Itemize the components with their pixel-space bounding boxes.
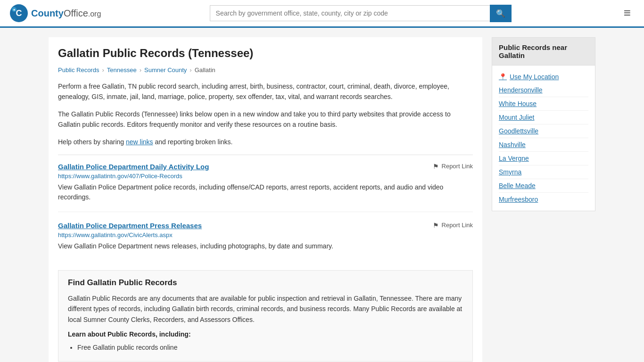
sidebar-header: Public Records near Gallatin: [492, 38, 595, 66]
new-links-link[interactable]: new links: [126, 138, 153, 146]
description-1: Perform a free Gallatin, TN public recor…: [58, 81, 473, 102]
record-url-2[interactable]: https://www.gallatintn.gov/CivicAlerts.a…: [58, 231, 473, 239]
search-button[interactable]: 🔍: [490, 5, 512, 22]
breadcrumb-gallatin: Gallatin: [195, 66, 215, 74]
sidebar-link-murfreesboro[interactable]: Murfreesboro: [499, 193, 588, 206]
record-title-2[interactable]: Gallatin Police Department Press Release…: [58, 222, 202, 230]
use-my-location-button[interactable]: 📍 Use My Location: [499, 70, 559, 83]
list-item: Free Gallatin public records online: [77, 342, 463, 354]
search-input[interactable]: [210, 5, 490, 21]
sidebar-link-la-vergne[interactable]: La Vergne: [499, 152, 588, 165]
report-link-button-1[interactable]: ⚑ Report Link: [433, 163, 473, 170]
description-3: Help others by sharing new links and rep…: [58, 137, 473, 147]
search-icon: 🔍: [496, 9, 505, 17]
find-section: Find Gallatin Public Records Gallatin Pu…: [58, 270, 473, 362]
record-title-1[interactable]: Gallatin Police Department Daily Activit…: [58, 163, 209, 171]
learn-heading: Learn about Public Records, including:: [68, 330, 463, 338]
sidebar-link-smyrna[interactable]: Smyrna: [499, 165, 588, 179]
record-desc-2: View Gallatin Police Department news rel…: [58, 241, 473, 251]
breadcrumb: Public Records › Tennessee › Sumner Coun…: [58, 66, 473, 74]
logo-text: CountyOffice.org: [31, 8, 101, 19]
location-pin-icon: 📍: [499, 73, 507, 81]
report-link-button-2[interactable]: ⚑ Report Link: [433, 222, 473, 229]
learn-list: Free Gallatin public records online: [68, 342, 463, 354]
sidebar-link-white-house[interactable]: White House: [499, 97, 588, 111]
sidebar: Public Records near Gallatin 📍 Use My Lo…: [492, 37, 595, 362]
report-icon-1: ⚑: [433, 163, 439, 170]
sidebar-list: 📍 Use My Location Hendersonville White H…: [492, 66, 595, 211]
breadcrumb-public-records[interactable]: Public Records: [58, 66, 99, 74]
sidebar-link-goodlettsville[interactable]: Goodlettsville: [499, 124, 588, 138]
sidebar-link-hendersonville[interactable]: Hendersonville: [499, 83, 588, 97]
description-2: The Gallatin Public Records (Tennessee) …: [58, 109, 473, 130]
menu-icon: ≡: [624, 6, 631, 20]
sidebar-link-nashville[interactable]: Nashville: [499, 138, 588, 152]
records-list: Gallatin Police Department Daily Activit…: [58, 163, 473, 261]
search-bar: 🔍: [210, 5, 512, 22]
find-section-heading: Find Gallatin Public Records: [68, 278, 463, 288]
menu-button[interactable]: ≡: [620, 5, 635, 22]
page-title: Gallatin Public Records (Tennessee): [58, 47, 473, 60]
report-icon-2: ⚑: [433, 222, 439, 229]
sidebar-box: Public Records near Gallatin 📍 Use My Lo…: [492, 37, 595, 211]
record-entry: Gallatin Police Department Daily Activit…: [58, 163, 473, 212]
svg-text:★: ★: [13, 8, 16, 11]
sidebar-link-belle-meade[interactable]: Belle Meade: [499, 179, 588, 193]
logo-icon: C ★: [9, 4, 28, 23]
svg-text:C: C: [16, 8, 22, 18]
record-desc-1: View Gallatin Police Department police r…: [58, 182, 473, 202]
record-url-1[interactable]: https://www.gallatintn.gov/407/Police-Re…: [58, 173, 473, 180]
sidebar-link-mount-juliet[interactable]: Mount Juliet: [499, 111, 588, 124]
breadcrumb-tennessee[interactable]: Tennessee: [107, 66, 137, 74]
logo[interactable]: C ★ CountyOffice.org: [9, 4, 101, 23]
section-divider: [58, 155, 473, 155]
breadcrumb-sumner-county[interactable]: Sumner County: [144, 66, 187, 74]
find-section-paragraph: Gallatin Public Records are any document…: [68, 293, 463, 325]
record-entry: Gallatin Police Department Press Release…: [58, 222, 473, 261]
